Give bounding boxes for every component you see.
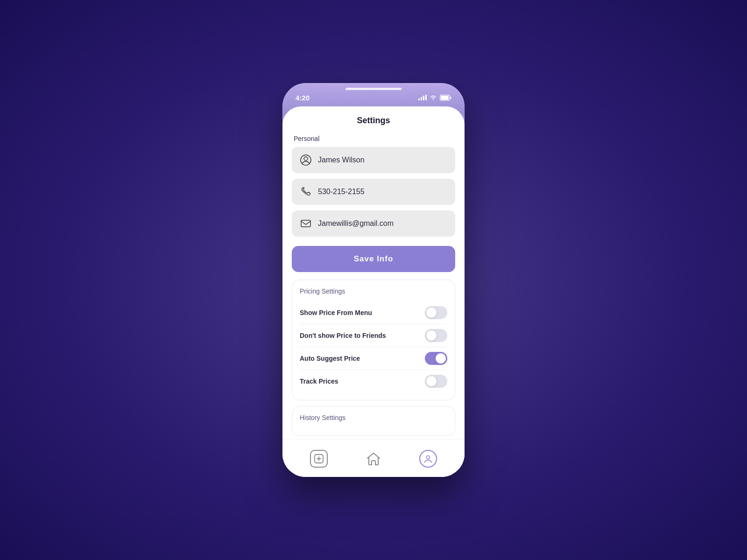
show-price-menu-row: Show Price From Menu [300, 301, 447, 324]
email-icon [299, 217, 312, 230]
dont-show-price-friends-label: Don't show Price to Friends [300, 332, 386, 339]
user-icon [299, 154, 312, 167]
svg-rect-0 [418, 98, 420, 100]
nav-add-button[interactable] [307, 447, 331, 470]
phone-value: 530-215-2155 [318, 188, 365, 196]
dont-show-price-friends-toggle[interactable] [425, 329, 447, 342]
bottom-nav [282, 440, 465, 477]
toggle-knob [436, 353, 446, 364]
phone-input-field[interactable]: 530-215-2155 [292, 179, 455, 205]
nav-profile-button[interactable] [416, 447, 440, 470]
screen-content: Settings Personal James Wilson [282, 106, 465, 477]
svg-point-4 [433, 99, 434, 100]
save-info-button[interactable]: Save Info [292, 246, 455, 272]
personal-section-label: Personal [294, 135, 455, 142]
phone-frame: 4:20 Se [282, 83, 465, 477]
auto-suggest-price-toggle[interactable] [425, 352, 447, 365]
history-settings-card: History Settings [292, 406, 455, 436]
status-time: 4:20 [296, 94, 310, 102]
show-price-menu-label: Show Price From Menu [300, 309, 372, 316]
battery-icon [440, 95, 451, 101]
toggle-knob [426, 330, 437, 341]
svg-point-9 [304, 157, 308, 161]
auto-suggest-price-row: Auto Suggest Price [300, 347, 447, 370]
scroll-area[interactable]: Personal James Wilson [282, 130, 465, 440]
track-prices-label: Track Prices [300, 378, 338, 385]
pricing-settings-title: Pricing Settings [300, 287, 447, 295]
screen-header: Settings [282, 106, 465, 130]
pricing-settings-card: Pricing Settings Show Price From Menu Do… [292, 280, 455, 400]
toggle-knob [426, 308, 437, 318]
auto-suggest-price-label: Auto Suggest Price [300, 355, 360, 362]
svg-rect-10 [301, 220, 310, 227]
dont-show-price-friends-row: Don't show Price to Friends [300, 324, 447, 347]
wifi-icon [430, 95, 437, 100]
svg-rect-6 [451, 97, 451, 99]
svg-point-12 [426, 455, 430, 459]
show-price-menu-toggle[interactable] [425, 306, 447, 319]
phone-icon [299, 185, 312, 198]
track-prices-toggle[interactable] [425, 375, 447, 388]
email-input-field[interactable]: Jamewillis@gmail.com [292, 210, 455, 237]
toggle-knob [426, 376, 437, 386]
svg-rect-3 [425, 95, 427, 100]
page-title: Settings [357, 116, 390, 125]
status-icons [418, 95, 451, 101]
svg-rect-1 [421, 97, 422, 100]
name-input-field[interactable]: James Wilson [292, 147, 455, 173]
add-icon [310, 450, 328, 468]
email-value: Jamewillis@gmail.com [318, 219, 394, 228]
svg-rect-2 [423, 96, 424, 100]
svg-rect-7 [441, 96, 449, 100]
signal-icon [418, 95, 427, 100]
status-bar: 4:20 [282, 83, 465, 106]
home-icon [366, 452, 381, 465]
history-settings-title: History Settings [300, 414, 447, 421]
nav-home-button[interactable] [362, 447, 385, 470]
profile-icon [419, 450, 437, 468]
name-value: James Wilson [318, 156, 365, 164]
notch-pill [345, 88, 402, 90]
track-prices-row: Track Prices [300, 370, 447, 392]
